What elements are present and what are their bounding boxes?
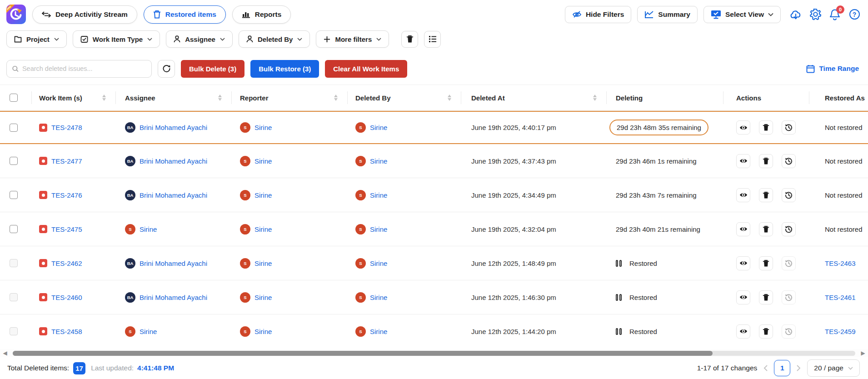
- restore-history-button[interactable]: [782, 256, 796, 270]
- assignee-link[interactable]: Brini Mohamed Ayachi: [140, 157, 207, 165]
- assignee-link[interactable]: Brini Mohamed Ayachi: [140, 124, 207, 131]
- reporter-link[interactable]: Sirine: [254, 294, 272, 301]
- select-all-checkbox[interactable]: [10, 94, 18, 102]
- view-button[interactable]: [736, 324, 750, 339]
- reporter-link[interactable]: Sirine: [254, 225, 272, 233]
- bulk-restore-button[interactable]: Bulk Restore (3): [250, 60, 319, 78]
- app-logo[interactable]: PRO: [6, 5, 26, 24]
- assignee-link[interactable]: Brini Mohamed Ayachi: [140, 294, 207, 301]
- hide-filters-button[interactable]: Hide Filters: [565, 6, 631, 23]
- sort-icon[interactable]: [334, 95, 338, 101]
- work-item-link[interactable]: TES-2478: [51, 124, 82, 131]
- search-input[interactable]: [22, 65, 146, 72]
- delete-button[interactable]: [759, 120, 773, 135]
- row-checkbox[interactable]: [10, 327, 18, 335]
- assignee-link[interactable]: Sirine: [140, 328, 157, 335]
- delete-button[interactable]: [759, 154, 773, 168]
- row-checkbox[interactable]: [10, 259, 18, 267]
- clear-all-work-items-button[interactable]: Clear All Work Items: [325, 60, 407, 78]
- delete-button[interactable]: [759, 256, 773, 270]
- view-button[interactable]: [736, 256, 750, 270]
- view-button[interactable]: [736, 154, 750, 168]
- restore-history-button[interactable]: [782, 324, 796, 339]
- deleted-by-link[interactable]: Sirine: [370, 157, 387, 165]
- restored-as-value[interactable]: TES-2461: [825, 294, 856, 301]
- nav-reports[interactable]: Reports: [232, 5, 291, 24]
- filter-work-item-type[interactable]: Work Item Type: [73, 30, 160, 48]
- deleted-by-link[interactable]: Sirine: [370, 225, 387, 233]
- header-deleted-at[interactable]: Deleted At: [461, 85, 607, 110]
- nav-restored-items[interactable]: Restored items: [144, 5, 226, 24]
- restore-history-button[interactable]: [782, 222, 796, 236]
- assignee-link[interactable]: Sirine: [140, 225, 157, 233]
- deleted-by-link[interactable]: Sirine: [370, 191, 387, 199]
- restore-history-button[interactable]: [782, 188, 796, 202]
- filter-more-filters[interactable]: More filters: [316, 30, 389, 48]
- next-page-button[interactable]: [797, 365, 801, 371]
- view-button[interactable]: [736, 188, 750, 202]
- time-range-button[interactable]: Time Range: [806, 65, 859, 73]
- restored-as-value[interactable]: TES-2463: [825, 259, 856, 267]
- header-reporter[interactable]: Reporter: [232, 85, 348, 110]
- select-view-dropdown[interactable]: Select View: [703, 6, 781, 23]
- list-view-button[interactable]: [424, 31, 441, 48]
- restored-as-value[interactable]: TES-2459: [825, 328, 856, 335]
- sort-icon[interactable]: [102, 95, 106, 101]
- page-size-select[interactable]: 20 / page: [807, 359, 860, 377]
- work-item-link[interactable]: TES-2458: [51, 328, 82, 335]
- work-item-link[interactable]: TES-2477: [51, 157, 82, 165]
- work-item-link[interactable]: TES-2462: [51, 259, 82, 267]
- row-checkbox[interactable]: [10, 191, 18, 199]
- work-item-link[interactable]: TES-2460: [51, 294, 82, 301]
- work-item-link[interactable]: TES-2475: [51, 225, 82, 233]
- settings-gear-icon[interactable]: [809, 8, 822, 21]
- nav-deep-activity-stream[interactable]: Deep Activitiy Stream: [32, 5, 137, 24]
- deleted-by-link[interactable]: Sirine: [370, 328, 387, 335]
- view-button[interactable]: [736, 290, 750, 304]
- scroll-left-arrow[interactable]: ◀: [0, 350, 10, 356]
- deleted-by-link[interactable]: Sirine: [370, 259, 387, 267]
- reporter-link[interactable]: Sirine: [254, 328, 272, 335]
- reporter-link[interactable]: Sirine: [254, 259, 272, 267]
- sort-icon[interactable]: [593, 95, 597, 101]
- assignee-link[interactable]: Brini Mohamed Ayachi: [140, 191, 207, 199]
- delete-button[interactable]: [759, 290, 773, 304]
- deleted-by-link[interactable]: Sirine: [370, 124, 387, 131]
- row-checkbox[interactable]: [10, 124, 18, 132]
- restore-history-button[interactable]: [782, 154, 796, 168]
- row-checkbox[interactable]: [10, 293, 18, 301]
- page-number-button[interactable]: 1: [774, 360, 790, 376]
- delete-button[interactable]: [759, 222, 773, 236]
- filter-project[interactable]: Project: [6, 30, 67, 48]
- view-button[interactable]: [736, 120, 750, 135]
- reporter-link[interactable]: Sirine: [254, 124, 272, 131]
- scrollbar-track[interactable]: [13, 351, 855, 356]
- sort-icon[interactable]: [218, 95, 222, 101]
- restore-history-button[interactable]: [782, 290, 796, 304]
- scroll-right-arrow[interactable]: ▶: [858, 350, 868, 356]
- delete-button[interactable]: [759, 324, 773, 339]
- summary-button[interactable]: Summary: [637, 6, 698, 23]
- notifications-bell-icon[interactable]: 0: [828, 8, 841, 21]
- reporter-link[interactable]: Sirine: [254, 191, 272, 199]
- row-checkbox[interactable]: [10, 225, 18, 233]
- prev-page-button[interactable]: [763, 365, 768, 371]
- filter-assignee[interactable]: Assignee: [166, 30, 233, 48]
- sort-icon[interactable]: [448, 95, 451, 101]
- deleted-by-link[interactable]: Sirine: [370, 294, 387, 301]
- view-button[interactable]: [736, 222, 750, 236]
- refresh-button[interactable]: [158, 60, 175, 78]
- filter-deleted-by[interactable]: Deleted By: [239, 30, 310, 48]
- scrollbar-thumb[interactable]: [13, 351, 713, 356]
- help-icon[interactable]: ?: [848, 8, 861, 21]
- cloud-download-icon[interactable]: [789, 8, 802, 21]
- bulk-delete-button[interactable]: Bulk Delete (3): [181, 60, 244, 78]
- row-checkbox[interactable]: [10, 157, 18, 165]
- header-deleted-by[interactable]: Deleted By: [348, 85, 461, 110]
- reporter-link[interactable]: Sirine: [254, 157, 272, 165]
- restore-history-button[interactable]: [782, 120, 796, 135]
- header-work-item[interactable]: Work Item (s): [32, 85, 116, 110]
- assignee-link[interactable]: Brini Mohamed Ayachi: [140, 259, 207, 267]
- delete-button[interactable]: [759, 188, 773, 202]
- filter-trash-button[interactable]: [401, 31, 418, 48]
